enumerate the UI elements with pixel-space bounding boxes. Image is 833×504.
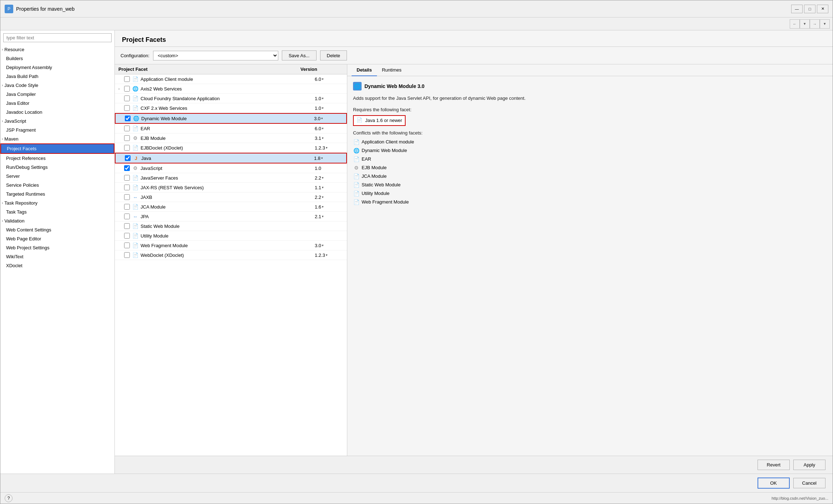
version-dropdown-arrow[interactable]: ▾ <box>322 77 324 81</box>
sidebar-item-javadoc-location[interactable]: Javadoc Location <box>0 108 114 117</box>
forward-button[interactable]: → <box>810 19 820 29</box>
facet-checkbox-cxf[interactable] <box>124 105 130 111</box>
facet-row-javascript[interactable]: ⚙JavaScript1.0 <box>115 163 347 173</box>
facet-checkbox-static-web[interactable] <box>124 223 130 229</box>
details-tab-runtimes[interactable]: Runtimes <box>377 64 407 76</box>
sidebar-item-web-content-settings[interactable]: Web Content Settings <box>0 225 114 234</box>
facet-checkbox-jaxb[interactable] <box>124 194 130 200</box>
facet-checkbox-ejbdoclet[interactable] <box>124 145 130 151</box>
sidebar-item-project-references[interactable]: Project References <box>0 154 114 163</box>
version-dropdown-arrow[interactable]: ▾ <box>322 97 324 100</box>
facet-row-static-web[interactable]: 📄Static Web Module <box>115 221 347 231</box>
forward-dropdown-button[interactable]: ▾ <box>820 19 830 29</box>
facet-row-cxf[interactable]: 📄CXF 2.x Web Services1.0 ▾ <box>115 103 347 113</box>
facet-row-jca-module[interactable]: 📄JCA Module1.6 ▾ <box>115 202 347 212</box>
sidebar-item-java-compiler[interactable]: Java Compiler <box>0 90 114 99</box>
revert-button[interactable]: Revert <box>758 460 790 470</box>
version-dropdown-arrow[interactable]: ▾ <box>322 127 324 130</box>
sidebar-item-java-build-path[interactable]: Java Build Path <box>0 72 114 81</box>
facet-row-java[interactable]: JJava1.8 ▾ <box>115 153 347 163</box>
version-dropdown-arrow[interactable]: ▾ <box>322 136 324 140</box>
facet-checkbox-webdoclet[interactable] <box>124 252 130 258</box>
facet-version-jca-module: 1.6 ▾ <box>315 204 343 210</box>
facet-version-ear: 6.0 ▾ <box>315 126 343 131</box>
sidebar-item-maven[interactable]: ›Maven <box>0 134 114 143</box>
version-dropdown-arrow[interactable]: ▾ <box>322 205 324 209</box>
facet-row-ear[interactable]: 📄EAR6.0 ▾ <box>115 124 347 133</box>
facet-checkbox-ear[interactable] <box>124 126 130 131</box>
filter-input[interactable] <box>3 33 112 42</box>
delete-button[interactable]: Delete <box>320 50 347 60</box>
ok-button[interactable]: OK <box>758 478 790 489</box>
facet-checkbox-axis2[interactable] <box>124 86 130 92</box>
sidebar-item-run-debug-settings[interactable]: Run/Debug Settings <box>0 163 114 172</box>
sidebar-item-java-editor[interactable]: Java Editor <box>0 99 114 108</box>
facet-checkbox-jpa[interactable] <box>124 214 130 219</box>
sidebar-item-javascript[interactable]: ›JavaScript <box>0 117 114 126</box>
facet-checkbox-java[interactable] <box>125 155 131 161</box>
sidebar-item-resource[interactable]: ›Resource <box>0 45 114 54</box>
facet-row-dynamic-web[interactable]: 🌐Dynamic Web Module3.0 ▾ <box>115 113 347 124</box>
facet-checkbox-cloud-foundry[interactable] <box>124 96 130 101</box>
facet-row-axis2[interactable]: ›🌐Axis2 Web Services <box>115 84 347 94</box>
sidebar-item-task-repository[interactable]: ›Task Repository <box>0 199 114 207</box>
details-tab-details[interactable]: Details <box>352 64 377 76</box>
version-dropdown-arrow[interactable]: ▾ <box>322 106 324 110</box>
facet-checkbox-utility-module[interactable] <box>124 233 130 239</box>
help-button[interactable]: ? <box>5 494 13 502</box>
back-dropdown-button[interactable]: ▾ <box>800 19 810 29</box>
sidebar-item-web-project-settings[interactable]: Web Project Settings <box>0 243 114 252</box>
facet-checkbox-javaserver-faces[interactable] <box>124 175 130 181</box>
facet-row-javaserver-faces[interactable]: 📄JavaServer Faces2.2 ▾ <box>115 173 347 183</box>
facet-row-ejb-module[interactable]: ⚙EJB Module3.1 ▾ <box>115 133 347 143</box>
sidebar-item-wikitext[interactable]: WikiText <box>0 252 114 261</box>
facet-row-ejbdoclet[interactable]: 📄EJBDoclet (XDoclet)1.2.3 ▾ <box>115 143 347 153</box>
sidebar-item-validation[interactable]: ›Validation <box>0 216 114 225</box>
sidebar-item-project-facets[interactable]: Project Facets <box>0 143 114 154</box>
sidebar-item-builders[interactable]: Builders <box>0 54 114 63</box>
facet-checkbox-jax-rs[interactable] <box>124 185 130 190</box>
sidebar-item-targeted-runtimes[interactable]: Targeted Runtimes <box>0 190 114 199</box>
sidebar-item-deployment-assembly[interactable]: Deployment Assembly <box>0 63 114 72</box>
sidebar-item-task-tags[interactable]: Task Tags <box>0 207 114 216</box>
facet-row-app-client[interactable]: 📄Application Client module6.0 ▾ <box>115 74 347 84</box>
sidebar-item-server[interactable]: Server <box>0 172 114 181</box>
version-dropdown-arrow[interactable]: ▾ <box>322 195 324 199</box>
cancel-button[interactable]: Cancel <box>793 478 825 488</box>
version-dropdown-arrow[interactable]: ▾ <box>322 215 324 218</box>
facet-row-cloud-foundry[interactable]: 📄Cloud Foundry Standalone Application1.0… <box>115 94 347 103</box>
minimize-button[interactable]: — <box>791 5 803 13</box>
facet-checkbox-ejb-module[interactable] <box>124 135 130 141</box>
facet-checkbox-jca-module[interactable] <box>124 204 130 210</box>
version-dropdown-arrow[interactable]: ▾ <box>322 186 324 189</box>
back-button[interactable]: ← <box>790 19 800 29</box>
version-dropdown-arrow[interactable]: ▾ <box>321 117 323 120</box>
facet-checkbox-javascript[interactable] <box>124 165 130 171</box>
sidebar-item-label: Java Build Path <box>6 74 38 79</box>
maximize-button[interactable]: □ <box>804 5 815 13</box>
facet-page-icon: 📄 <box>353 191 359 196</box>
version-dropdown-arrow[interactable]: ▾ <box>322 244 324 247</box>
sidebar-item-jsp-fragment[interactable]: JSP Fragment <box>0 126 114 134</box>
facet-checkbox-web-fragment[interactable] <box>124 243 130 248</box>
config-select[interactable]: <custom> <box>153 51 278 60</box>
version-dropdown-arrow[interactable]: ▾ <box>326 146 328 150</box>
version-dropdown-arrow[interactable]: ▾ <box>322 176 324 180</box>
sidebar-item-java-code-style[interactable]: ›Java Code Style <box>0 81 114 90</box>
sidebar-item-web-page-editor[interactable]: Web Page Editor <box>0 234 114 243</box>
facet-row-webdoclet[interactable]: 📄WebDoclet (XDoclet)1.2.3 ▾ <box>115 250 347 260</box>
close-button[interactable]: ✕ <box>817 5 828 13</box>
facet-checkbox-app-client[interactable] <box>124 76 130 82</box>
sidebar-item-service-policies[interactable]: Service Policies <box>0 181 114 190</box>
facet-row-jaxb[interactable]: ↔JAXB2.2 ▾ <box>115 192 347 202</box>
version-dropdown-arrow[interactable]: ▾ <box>321 156 323 160</box>
apply-button[interactable]: Apply <box>793 460 825 470</box>
sidebar-item-xdoclet[interactable]: XDoclet <box>0 261 114 270</box>
facet-row-jax-rs[interactable]: 📄JAX-RS (REST Web Services)1.1 ▾ <box>115 183 347 192</box>
facet-checkbox-dynamic-web[interactable] <box>125 116 131 121</box>
facet-row-jpa[interactable]: ↔JPA2.1 ▾ <box>115 212 347 221</box>
facet-row-utility-module[interactable]: 📄Utility Module <box>115 231 347 241</box>
facet-row-web-fragment[interactable]: 📄Web Fragment Module3.0 ▾ <box>115 241 347 250</box>
version-dropdown-arrow[interactable]: ▾ <box>326 253 328 257</box>
save-as-button[interactable]: Save As... <box>282 50 317 60</box>
